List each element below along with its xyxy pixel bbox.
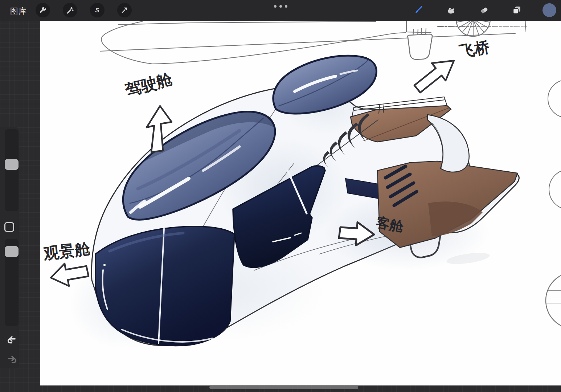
smudge-tool-button[interactable]	[444, 3, 458, 17]
home-indicator[interactable]	[209, 386, 358, 389]
flying-bridge-arrow	[414, 61, 454, 93]
gallery-button[interactable]: 图库	[8, 5, 29, 17]
smudge-finger-icon	[446, 5, 456, 16]
nose-windshield	[95, 226, 234, 346]
brush-size-slider[interactable]	[5, 129, 19, 211]
magic-wand-icon	[66, 6, 74, 15]
vehicle-drawing	[69, 56, 519, 348]
dot	[274, 5, 277, 8]
opacity-handle[interactable]	[5, 246, 19, 257]
redo-icon	[6, 354, 18, 366]
dot	[285, 5, 287, 8]
eraser-tool-button[interactable]	[477, 3, 491, 17]
brush-size-handle[interactable]	[5, 159, 19, 170]
top-toolbar: 图库 S	[0, 0, 561, 21]
actions-button[interactable]	[36, 3, 50, 17]
artwork	[40, 21, 561, 385]
color-swatch[interactable]	[542, 3, 556, 17]
svg-text:S: S	[95, 7, 99, 14]
more-options-button[interactable]	[270, 0, 291, 12]
undo-button[interactable]	[4, 334, 16, 346]
modify-button[interactable]	[4, 222, 14, 232]
redo-button[interactable]	[4, 354, 16, 366]
sidebar-controls	[0, 127, 19, 368]
adjustments-button[interactable]	[63, 3, 77, 17]
undo-icon	[6, 334, 18, 347]
brush-tool-button[interactable]	[411, 3, 425, 17]
layers-button[interactable]	[509, 3, 524, 17]
move-arrow-icon	[120, 6, 129, 15]
dot	[279, 5, 282, 8]
selection-s-icon: S	[93, 6, 102, 15]
layers-icon	[512, 5, 522, 16]
wrench-icon	[38, 6, 47, 15]
canvas[interactable]: 驾驶舱 飞桥 观景舱 客舱	[40, 21, 561, 385]
transform-button[interactable]	[117, 3, 132, 17]
eraser-icon	[479, 5, 489, 16]
brush-icon	[413, 5, 423, 16]
selection-button[interactable]: S	[90, 3, 105, 17]
